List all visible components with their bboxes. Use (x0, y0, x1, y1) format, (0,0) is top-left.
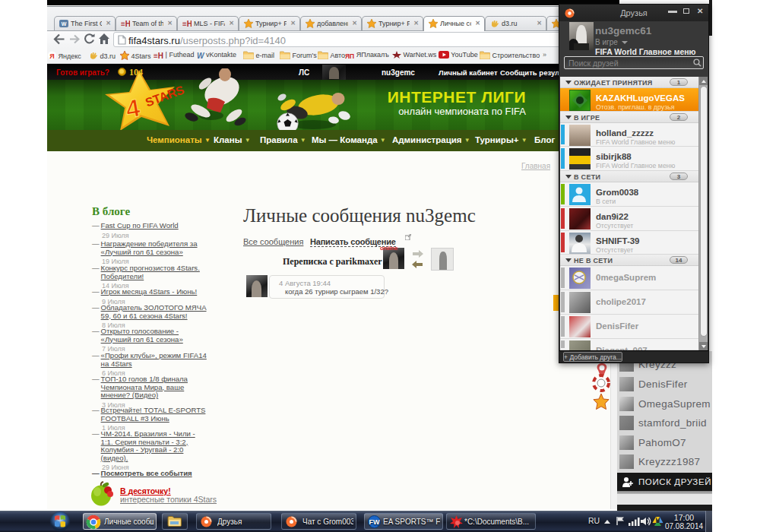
svg-text:STARS: STARS (144, 83, 186, 109)
svg-text:W: W (62, 21, 67, 27)
svg-text:Я: Я (49, 52, 54, 60)
svg-text:FW: FW (369, 518, 380, 526)
svg-text:≡H: ≡H (121, 20, 130, 28)
svg-text:≡H: ≡H (182, 20, 192, 28)
